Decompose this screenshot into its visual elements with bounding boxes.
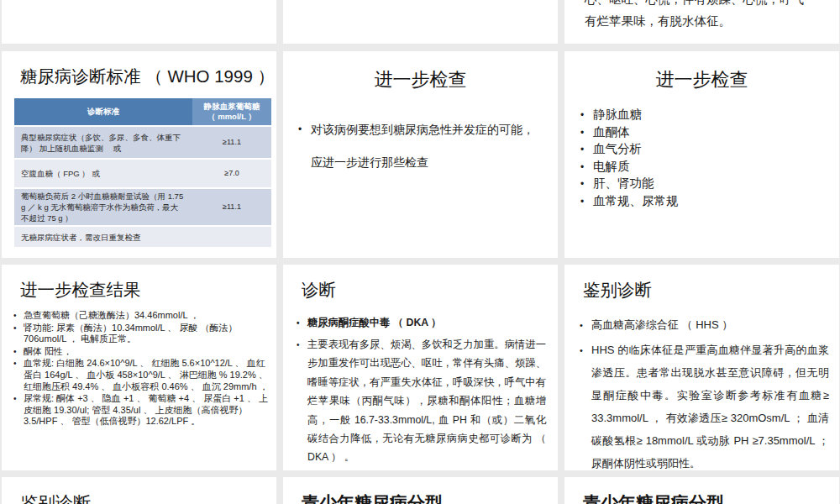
bullet-item-description: HHS 的临床体征是严重高血糖伴显著升高的血浆渗透压。患者常出现脱水甚至意识障碍… [580,339,829,475]
slide-card-further-exam-question[interactable]: 进一步检查 对该病例要想到糖尿病急性并发症的可能， 应进一步进行那些检查 [283,51,558,258]
slide-title: 进一步检查 [291,67,549,92]
bullet-item: 肝、肾功能 [580,175,839,192]
bullet-item: 肾功能: 尿素（酶法）10.34mmol/L 、 尿酸 （酶法） 706umol… [13,323,271,345]
slide-title: 鉴别诊断 [20,491,260,504]
diagnosis-list: 糖尿病酮症酸中毒 （ DKA ） 主要表现有多尿、烦渴、多饮和乏力加重。病情进一… [297,316,546,467]
slide-card-further-exam-list[interactable]: 进一步检查 静脉血糖 血酮体 血气分析 电解质 肝、肾功能 血常规、尿常规 [564,51,839,258]
results-list: 急查葡萄糖（己糖激酶法）34.46mmol/L ， 肾功能: 尿素（酶法）10.… [13,310,271,428]
bullet-continuation: 应进一步进行那些检查 [298,151,538,173]
table-header-glucose: 静脉血浆葡萄糖 （ mmol/L ） [192,98,271,126]
bullet-item: 静脉血糖 [580,106,839,123]
slide-title: 青少年糖尿病分型 [583,491,822,504]
criteria-cell: 无糖尿病症状者，需改日重复检查 [14,226,192,248]
slide-title: 进一步检查结果 [20,278,260,301]
differential-list: 高血糖高渗综合征 （ HHS ） HHS 的临床体征是严重高血糖伴显著升高的血浆… [580,318,829,475]
value-cell: ≥11.1 [192,188,271,226]
bullet-item-description: 主要表现有多尿、烦渴、多饮和乏力加重。病情进一步加重发作可出现恶心、呕吐，常伴有… [297,335,546,467]
slide-card-prev-3[interactable]: 心、呕吐、心慌，伴有烦躁、心慌，呼气 有烂苹果味，有脱水体征。 [564,0,839,44]
bullet-item-hhs: 高血糖高渗综合征 （ HHS ） [580,318,829,332]
slide-title: 诊断 [302,278,541,301]
slide-card-prev-1[interactable] [2,0,276,44]
criteria-cell: 典型糖尿病症状（多饮、多尿、多食、体重下降） 加上随机血糖监测 或 [14,126,192,159]
bullet-block: 对该病例要想到糖尿病急性并发症的可能， 应进一步进行那些检查 [298,118,538,173]
table-row: 空腹血糖（ FPG ） 或 ≥7.0 [14,159,271,188]
bullet-item: 急查葡萄糖（己糖激酶法）34.46mmol/L ， [13,310,271,322]
bullet-item: 血常规: 白细胞 24.6×10^9/L 、 红细胞 5.6×10^12/L 、… [13,358,271,392]
bullet-item: 酮体 阳性， [13,346,271,358]
slide-title: 糖尿病诊断标准 （ WHO 1999 ） [20,65,260,87]
bullet-item: 血常规、尿常规 [580,192,839,210]
value-cell: ≥11.1 [192,126,271,159]
bullet-item-dka: 糖尿病酮症酸中毒 （ DKA ） [297,316,546,329]
slide-title: 青少年糖尿病分型 [302,491,541,504]
slide-card-diagnosis[interactable]: 诊断 糖尿病酮症酸中毒 （ DKA ） 主要表现有多尿、烦渴、多饮和乏力加重。病… [283,265,558,470]
criteria-cell: 空腹血糖（ FPG ） 或 [14,159,192,188]
table-row: 无糖尿病症状者，需改日重复检查 [14,226,271,248]
bullet-item: 尿常规: 酮体 +3 、 隐血 +1 、 葡萄糖 +4 、 尿蛋白 +1 、 上… [13,393,271,428]
slide-card-next-differential[interactable]: 鉴别诊断 [2,477,276,504]
slide-card-youth-diabetes-typing-1[interactable]: 青少年糖尿病分型 [283,477,558,504]
partial-line-1: 心、呕吐、心慌，伴有烦躁、心慌，呼气 [585,0,829,10]
slide-card-differential-diagnosis[interactable]: 鉴别诊断 高血糖高渗综合征 （ HHS ） HHS 的临床体征是严重高血糖伴显著… [564,265,839,470]
value-cell [192,226,271,248]
slide-card-youth-diabetes-typing-2[interactable]: 青少年糖尿病分型 [564,477,839,504]
slide-title: 鉴别诊断 [583,278,822,301]
criteria-cell: 葡萄糖负荷后 2 小时血糖糖耐量试验（用 1.75 g ／ k g 无水葡萄糖溶… [14,188,192,226]
bullet-item: 血气分析 [580,140,839,158]
exam-list: 静脉血糖 血酮体 血气分析 电解质 肝、肾功能 血常规、尿常规 [580,106,839,209]
slide-card-who-criteria[interactable]: 糖尿病诊断标准 （ WHO 1999 ） 诊断标准 静脉血浆葡萄糖 （ mmol… [2,51,276,258]
bullet-item: 电解质 [580,158,839,176]
slide-title: 进一步检查 [573,67,831,92]
bullet-item: 血酮体 [580,123,839,141]
value-cell: ≥7.0 [192,159,271,188]
table-header-criteria: 诊断标准 [14,98,192,126]
bullet-item: 对该病例要想到糖尿病急性并发症的可能， [298,118,538,140]
diagnosis-criteria-table: 诊断标准 静脉血浆葡萄糖 （ mmol/L ） 典型糖尿病症状（多饮、多尿、多食… [14,98,271,249]
partial-line-2: 有烂苹果味，有脱水体征。 [585,10,829,32]
slide-card-exam-results[interactable]: 进一步检查结果 急查葡萄糖（己糖激酶法）34.46mmol/L ， 肾功能: 尿… [2,265,276,470]
table-row: 葡萄糖负荷后 2 小时血糖糖耐量试验（用 1.75 g ／ k g 无水葡萄糖溶… [14,188,271,226]
table-row: 典型糖尿病症状（多饮、多尿、多食、体重下降） 加上随机血糖监测 或 ≥11.1 [14,126,271,159]
slide-partial-text: 心、呕吐、心慌，伴有烦躁、心慌，呼气 有烂苹果味，有脱水体征。 [585,0,829,32]
slide-card-prev-2[interactable] [283,0,558,44]
